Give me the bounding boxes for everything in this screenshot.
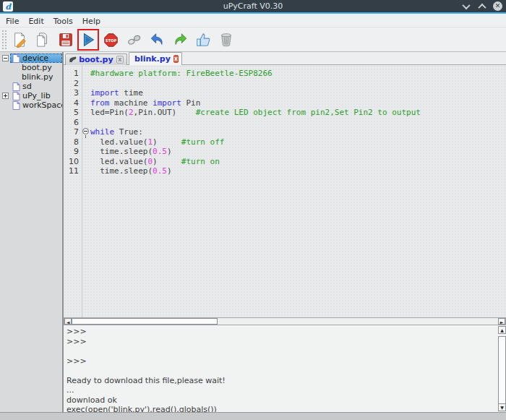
window-bottom-edge: [0, 413, 506, 420]
horizontal-scrollbar-thumb[interactable]: [72, 318, 218, 325]
scroll-down-arrow-icon[interactable]: ▼: [498, 403, 506, 411]
tab-blink-py[interactable]: blink.py x: [129, 52, 182, 65]
editor-tab-bar: boot.py x blink.py x: [64, 52, 506, 65]
console-prompt-line: >>>: [67, 356, 493, 366]
console-output-line: [67, 366, 493, 375]
minimize-button[interactable]: [461, 1, 471, 11]
horizontal-scrollbar[interactable]: ◄ ►: [64, 317, 506, 325]
vertical-scrollbar[interactable]: ▲ ▼: [498, 326, 506, 412]
tree-item-label: workSpace: [22, 100, 66, 110]
line-number: 2: [64, 79, 79, 88]
connect-icon: [126, 32, 142, 48]
code-line-3[interactable]: 3import time: [64, 88, 506, 98]
code-text: led.value(1) #turn off: [90, 137, 224, 147]
download-run-button[interactable]: [77, 29, 99, 51]
close-button[interactable]: ✕: [493, 1, 502, 11]
code-line-9[interactable]: 9 time.sleep(0.5): [64, 147, 506, 157]
menu-tools[interactable]: Tools: [53, 17, 80, 26]
syntax-check-button[interactable]: [192, 29, 215, 51]
tree-item-device[interactable]: device: [0, 53, 62, 63]
tree-item-blink-py[interactable]: blink.py: [0, 72, 62, 82]
undo-icon: [149, 32, 166, 48]
stop-button[interactable]: STOP: [99, 29, 122, 51]
toolbar-grip[interactable]: [1, 30, 8, 50]
stop-icon: STOP: [103, 33, 119, 48]
scroll-right-arrow-icon[interactable]: ►: [498, 318, 505, 325]
new-file-button[interactable]: [8, 29, 31, 51]
open-file-button[interactable]: [31, 29, 54, 51]
new-file-icon: [12, 32, 27, 48]
code-line-6[interactable]: 6: [64, 118, 506, 128]
toolbar: STOP: [0, 28, 506, 52]
minus-expander-icon[interactable]: [2, 55, 9, 61]
file-icon: [12, 82, 20, 91]
plus-expander-icon[interactable]: [2, 93, 9, 99]
vertical-scrollbar-thumb[interactable]: [498, 336, 506, 406]
code-line-8[interactable]: 8 led.value(1) #turn off: [64, 137, 506, 147]
tree-item-label: sd: [22, 82, 32, 91]
menu-edit[interactable]: Edit: [28, 17, 51, 26]
menu-bar: File Edit Tools Help: [0, 15, 506, 27]
chevron-up-icon: [478, 3, 486, 11]
code-line-10[interactable]: 10 led.value(0) #turn on: [64, 157, 506, 167]
console-prompt-line: >>>: [67, 337, 493, 346]
device-file-icon: [69, 56, 77, 64]
console-prompt-line: >>>: [67, 327, 493, 336]
file-icon: [12, 101, 20, 110]
line-number: 5: [64, 108, 79, 117]
code-line-11[interactable]: 11 time.sleep(0.5): [64, 166, 506, 176]
code-text: led=Pin(2,Pin.OUT) #create LED object fr…: [90, 108, 421, 117]
code-line-4[interactable]: 4from machine import Pin: [64, 98, 506, 108]
line-number: 8: [64, 137, 79, 147]
line-number: 4: [64, 98, 79, 108]
thumbs-up-icon: [195, 32, 211, 48]
save-file-button[interactable]: [54, 29, 77, 51]
maximize-button[interactable]: [477, 1, 486, 11]
tree-item-workspace[interactable]: workSpace: [0, 100, 62, 110]
code-text: led.value(0) #turn on: [90, 157, 220, 166]
tab-label: boot.py: [79, 55, 113, 64]
console-output-line: Ready to download this file,please wait!: [67, 376, 493, 385]
code-line-1[interactable]: 1#hardware platform: FireBeetle-ESP8266: [64, 69, 506, 79]
code-text: from machine import Pin: [90, 98, 200, 108]
console-output-line: exec(open('blink.py').read(),globals()): [67, 405, 493, 413]
code-editor[interactable]: 1#hardware platform: FireBeetle-ESP82662…: [64, 65, 506, 317]
connect-serial-button[interactable]: [122, 29, 145, 51]
tree-item-label: uPy_lib: [22, 91, 51, 100]
tab-label: blink.py: [134, 54, 171, 64]
code-line-5[interactable]: 5led=Pin(2,Pin.OUT) #create LED object f…: [64, 108, 506, 118]
undo-button[interactable]: [145, 29, 168, 51]
title-bar: d uPyCraft V0.30 ✕: [0, 0, 506, 14]
tree-item-upy-lib[interactable]: uPy_lib: [0, 91, 62, 100]
line-number: 1: [64, 69, 79, 78]
console-output-line: download ok: [67, 395, 493, 405]
terminal-console[interactable]: ▲ ▼ >>>>>>>>>Ready to download this file…: [64, 325, 506, 413]
line-number: 9: [64, 147, 79, 156]
tab-boot-py[interactable]: boot.py x: [65, 53, 127, 65]
tree-item-label: boot.py: [22, 63, 52, 72]
fold-collapse-icon[interactable]: [82, 128, 89, 134]
menu-help[interactable]: Help: [82, 17, 108, 26]
tree-item-sd[interactable]: sd: [0, 82, 62, 91]
file-icon: [12, 92, 20, 100]
file-tree-panel: deviceboot.pyblink.pysduPy_libworkSpace: [0, 52, 62, 413]
line-number: 10: [64, 157, 79, 166]
trash-icon: [219, 32, 233, 48]
code-text: #hardware platform: FireBeetle-ESP8266: [90, 69, 273, 78]
tab-close-button[interactable]: x: [173, 55, 179, 63]
tab-close-button[interactable]: x: [116, 56, 124, 64]
code-line-7[interactable]: 7while True:: [64, 127, 506, 137]
close-icon: ✕: [493, 1, 502, 11]
line-number: 11: [64, 166, 79, 176]
tree-item-boot-py[interactable]: boot.py: [0, 63, 62, 72]
redo-button[interactable]: [168, 29, 192, 51]
scroll-left-arrow-icon[interactable]: ◄: [64, 318, 72, 325]
file-icon: [12, 54, 20, 63]
app-logo-icon: d: [3, 1, 13, 12]
scroll-up-arrow-icon[interactable]: ▲: [498, 326, 506, 334]
clear-button[interactable]: [215, 29, 238, 51]
code-text: import time: [90, 88, 143, 98]
svg-text:STOP: STOP: [105, 38, 116, 42]
code-line-2[interactable]: 2: [64, 79, 506, 89]
menu-file[interactable]: File: [6, 17, 26, 26]
